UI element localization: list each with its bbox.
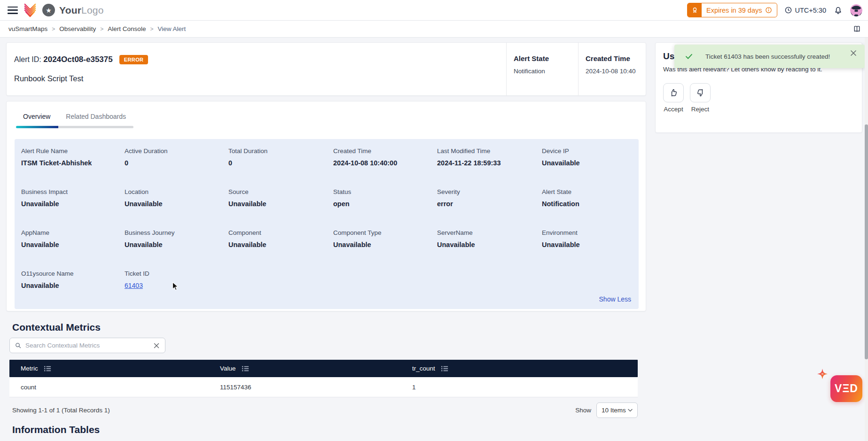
accept-button[interactable]: [663, 83, 684, 102]
field-appname: AppNameUnavailable: [21, 229, 125, 270]
tab-overview[interactable]: Overview: [23, 113, 50, 120]
column-filter-icon[interactable]: [242, 366, 249, 371]
created-time-label: Created Time: [586, 54, 646, 62]
app-root: ★ YourLogo Expires in 39 days: [0, 0, 868, 441]
license-expiry-badge[interactable]: Expires in 39 days: [687, 3, 777, 17]
cell-metric: count: [9, 384, 220, 391]
field-severity: Severityerror: [437, 188, 542, 229]
star-icon: ★: [42, 4, 55, 16]
scrollbar-thumb[interactable]: [865, 124, 868, 359]
breadcrumb-item-observability[interactable]: Observability: [59, 25, 96, 32]
breadcrumb-separator: >: [100, 26, 103, 32]
column-filter-icon[interactable]: [44, 366, 51, 371]
chevron-down-icon: [628, 409, 633, 412]
breadcrumb-item-alert-console[interactable]: Alert Console: [108, 25, 146, 32]
ved-logo: VΞD: [835, 382, 858, 395]
success-toast: Ticket 61403 has been successfully creat…: [674, 45, 865, 68]
field-servername: ServerNameUnavailable: [437, 229, 542, 270]
alert-fields-panel: Alert Rule NameITSM Ticket-Abhishek Acti…: [15, 139, 639, 309]
reject-button[interactable]: [690, 83, 711, 102]
field-environment: EnvironmentUnavailable: [542, 229, 639, 270]
search-clear-icon[interactable]: [153, 342, 160, 349]
field-active-duration: Active Duration0: [125, 147, 228, 188]
top-bar-right: Expires in 39 days UTC+5:30: [687, 3, 863, 17]
notifications-bell-icon[interactable]: [833, 5, 843, 15]
ved-chat-widget[interactable]: VΞD: [830, 375, 862, 402]
table-row: count 115157436 1: [9, 377, 638, 397]
alert-state-column: Alert State Notification: [506, 43, 578, 95]
award-ribbon-icon: [688, 3, 702, 17]
breadcrumb: vuSmartMaps > Observability > Alert Cons…: [8, 25, 186, 32]
alert-title: Runbook Script Test: [14, 74, 506, 83]
chevron-logo-icon: [23, 3, 37, 18]
top-bar-left: ★ YourLogo: [8, 3, 104, 18]
show-less-link[interactable]: Show Less: [599, 295, 631, 303]
hamburger-menu-icon[interactable]: [8, 7, 18, 14]
breadcrumb-item-vusmartmaps[interactable]: vuSmartMaps: [8, 25, 47, 32]
breadcrumb-separator: >: [52, 26, 55, 32]
field-last-modified-time: Last Modified Time2024-11-22 18:59:33: [437, 147, 542, 188]
breadcrumb-bar: vuSmartMaps > Observability > Alert Cons…: [0, 21, 868, 38]
field-location: LocationUnavailable: [125, 188, 228, 229]
alert-id-value: 2024Oct08-e35375: [43, 55, 112, 64]
cell-tr-count: 1: [412, 384, 638, 391]
field-alert-rule-name: Alert Rule NameITSM Ticket-Abhishek: [21, 147, 125, 188]
search-input[interactable]: [25, 342, 153, 349]
contextual-metrics-table: Metric Value tr_count count 115157436: [9, 360, 638, 397]
page-size-select[interactable]: 10 Items: [596, 402, 638, 418]
breadcrumb-item-view-alert: View Alert: [157, 25, 186, 32]
alert-detail-card: Overview Related Dashboards Alert Rule N…: [6, 101, 646, 311]
alert-state-value: Notification: [514, 68, 578, 75]
pagination-summary: Showing 1-1 of 1 (Total Records 1): [12, 407, 110, 414]
user-avatar[interactable]: [850, 4, 862, 16]
breadcrumb-separator: >: [150, 26, 153, 32]
info-icon: [765, 7, 772, 14]
license-expiry-label: Expires in 39 days: [706, 7, 762, 14]
timezone-indicator[interactable]: UTC+5:30: [784, 6, 827, 14]
created-time-column: Created Time 2024-10-08 10:40: [578, 43, 646, 95]
accept-label: Accept: [664, 106, 683, 113]
field-business-impact: Business ImpactUnavailable: [21, 188, 125, 229]
alert-fields-grid: Alert Rule NameITSM Ticket-Abhishek Acti…: [21, 147, 639, 311]
field-device-ip: Device IPUnavailable: [542, 147, 639, 188]
top-bar: ★ YourLogo Expires in 39 days: [0, 0, 868, 21]
sparkle-icon: [816, 368, 829, 382]
tab-underline: [16, 126, 133, 128]
thumbs-up-icon: [669, 88, 679, 98]
contextual-metrics-heading: Contextual Metrics: [12, 322, 101, 333]
field-total-duration: Total Duration0: [228, 147, 333, 188]
field-source: SourceUnavailable: [228, 188, 333, 229]
clock-icon: [784, 6, 792, 14]
field-o11ysource-name: O11ysource NameUnavailable: [21, 270, 125, 311]
field-alert-state: Alert StateNotification: [542, 188, 639, 229]
table-header-row: Metric Value tr_count: [9, 360, 638, 377]
toast-message: Ticket 61403 has been successfully creat…: [705, 53, 830, 60]
toast-close-icon[interactable]: [849, 48, 858, 59]
pagination-bar: Showing 1-1 of 1 (Total Records 1) Show …: [9, 401, 638, 419]
cell-value: 115157436: [220, 384, 412, 391]
ticket-id-link[interactable]: 61403: [125, 282, 143, 289]
field-status: Statusopen: [333, 188, 437, 229]
field-component: ComponentUnavailable: [228, 229, 333, 270]
thumbs-down-icon: [696, 88, 705, 98]
brand-logo[interactable]: ★ YourLogo: [42, 4, 104, 16]
check-icon: [685, 52, 693, 61]
reject-label: Reject: [691, 106, 709, 113]
column-header-value[interactable]: Value: [220, 365, 412, 372]
alert-id: Alert ID: 2024Oct08-e35375: [14, 55, 113, 64]
alert-header-card: Alert ID: 2024Oct08-e35375 ERROR Runbook…: [6, 42, 646, 96]
tab-related-dashboards[interactable]: Related Dashboards: [66, 113, 126, 120]
brand-name: YourLogo: [59, 5, 104, 16]
alert-identity: Alert ID: 2024Oct08-e35375 ERROR Runbook…: [7, 43, 506, 95]
field-component-type: Component TypeUnavailable: [333, 229, 437, 270]
tab-bar: Overview Related Dashboards: [7, 113, 126, 120]
field-created-time: Created Time2024-10-08 10:40:00: [333, 147, 437, 188]
page-size-label: Show: [575, 407, 591, 414]
timezone-label: UTC+5:30: [795, 7, 827, 14]
documentation-book-icon[interactable]: [852, 24, 861, 33]
column-header-tr-count[interactable]: tr_count: [412, 365, 638, 372]
information-tables-heading: Information Tables: [12, 424, 100, 435]
column-filter-icon[interactable]: [441, 366, 448, 371]
created-time-value: 2024-10-08 10:40: [586, 68, 646, 75]
column-header-metric[interactable]: Metric: [9, 365, 220, 372]
